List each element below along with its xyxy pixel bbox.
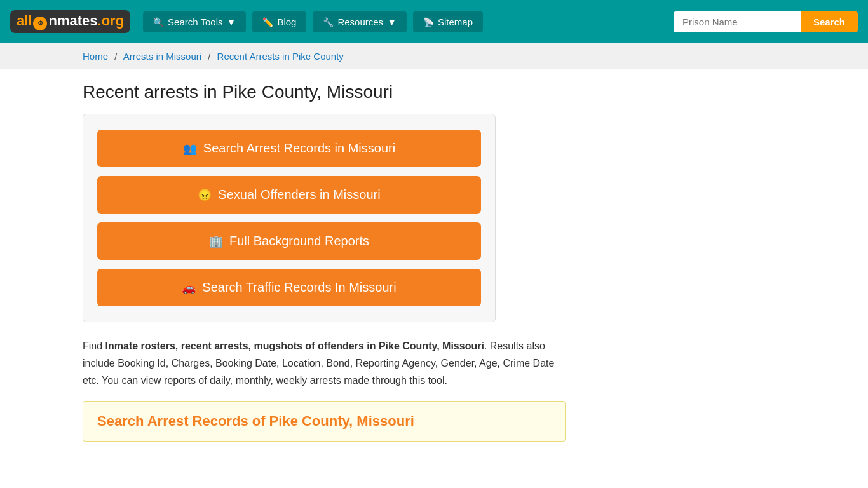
- blog-label: Blog: [277, 17, 296, 27]
- blog-button[interactable]: Blog: [252, 11, 306, 32]
- action-card: Search Arrest Records in Missouri Sexual…: [83, 114, 496, 322]
- search-tools-label: Search Tools: [168, 17, 222, 27]
- sexual-offenders-label: Sexual Offenders in Missouri: [218, 187, 380, 202]
- breadcrumb: Home / Arrests in Missouri / Recent Arre…: [0, 43, 868, 69]
- blog-icon: [262, 17, 273, 27]
- logo-circle: ⚙: [33, 17, 47, 30]
- description-part1: Find: [83, 341, 105, 351]
- site-logo[interactable]: all⚙nmates.org: [10, 10, 130, 33]
- traffic-records-button[interactable]: Search Traffic Records In Missouri: [97, 269, 481, 306]
- chevron-down-icon2: ▼: [387, 17, 397, 27]
- site-header: all⚙nmates.org Search Tools ▼ Blog Resou…: [0, 0, 868, 43]
- background-reports-button[interactable]: Full Background Reports: [97, 222, 481, 260]
- page-title: Recent arrests in Pike County, Missouri: [83, 82, 785, 102]
- angry-icon: [198, 187, 212, 202]
- resources-icon: [323, 17, 334, 27]
- building-icon: [209, 234, 223, 248]
- sexual-offenders-button[interactable]: Sexual Offenders in Missouri: [97, 176, 481, 214]
- resources-label: Resources: [337, 17, 383, 27]
- breadcrumb-arrests[interactable]: Arrests in Missouri: [123, 51, 201, 62]
- breadcrumb-home[interactable]: Home: [83, 51, 108, 62]
- search-button-label: Search: [813, 17, 845, 27]
- logo-all: all: [17, 13, 32, 29]
- description: Find Inmate rosters, recent arrests, mug…: [83, 337, 566, 390]
- description-bold: Inmate rosters, recent arrests, mugshots…: [105, 341, 484, 351]
- sitemap-icon: [423, 17, 434, 27]
- logo-inmates: nmates: [48, 13, 97, 29]
- chevron-down-icon: ▼: [227, 17, 236, 27]
- people-icon: [183, 141, 197, 156]
- breadcrumb-sep1: /: [114, 51, 117, 62]
- sitemap-button[interactable]: Sitemap: [413, 11, 483, 32]
- search-tools-button[interactable]: Search Tools ▼: [143, 11, 246, 32]
- search-arrest-button[interactable]: Search Arrest Records in Missouri: [97, 130, 481, 167]
- car-icon: [182, 280, 196, 295]
- search-records-title: Search Arrest Records of Pike County, Mi…: [97, 413, 551, 430]
- search-button[interactable]: Search: [801, 11, 858, 32]
- breadcrumb-sep2: /: [208, 51, 210, 62]
- main-content: Recent arrests in Pike County, Missouri …: [0, 69, 868, 454]
- search-records-box: Search Arrest Records of Pike County, Mi…: [83, 401, 566, 442]
- logo-org: .org: [98, 13, 125, 29]
- header-search: Search: [674, 11, 858, 32]
- logo-text: all⚙nmates.org: [17, 13, 124, 30]
- sitemap-label: Sitemap: [438, 17, 473, 27]
- resources-button[interactable]: Resources ▼: [313, 11, 407, 32]
- breadcrumb-current: Recent Arrests in Pike County: [217, 51, 344, 62]
- search-icon: [153, 17, 164, 27]
- background-reports-label: Full Background Reports: [229, 234, 369, 248]
- prison-search-input[interactable]: [674, 11, 801, 32]
- traffic-records-label: Search Traffic Records In Missouri: [202, 280, 396, 295]
- search-arrest-label: Search Arrest Records in Missouri: [203, 141, 395, 156]
